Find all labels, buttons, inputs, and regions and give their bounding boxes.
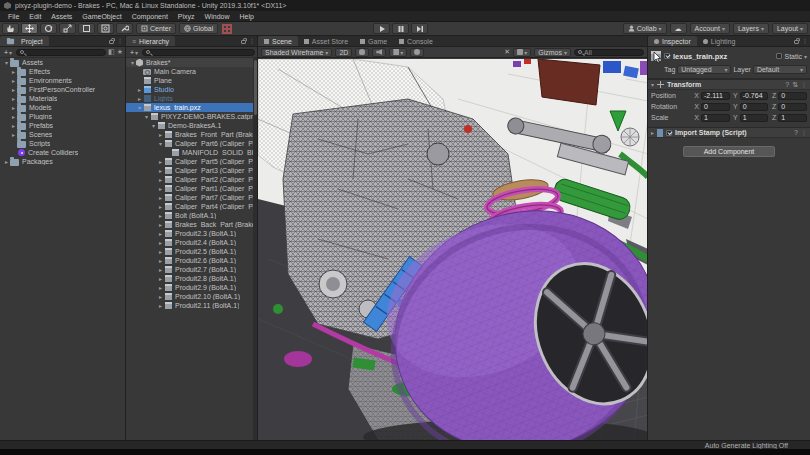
move-tool-button[interactable] <box>21 23 38 34</box>
hierarchy-tree-item[interactable]: ▸ Caliper_Part5 (Caliper_Part5A.1) <box>126 157 253 166</box>
search-by-type-icon[interactable]: ◧ <box>108 48 115 56</box>
foldout-arrow[interactable]: ▸ <box>10 122 17 129</box>
lock-icon[interactable] <box>109 40 114 44</box>
project-search-input[interactable] <box>16 49 106 56</box>
scene-visibility-toggle[interactable] <box>410 48 424 57</box>
hierarchy-scrollbar[interactable] <box>253 58 257 440</box>
foldout-arrow[interactable]: ▾ <box>157 140 164 147</box>
foldout-arrow[interactable]: ▸ <box>10 95 17 102</box>
foldout-arrow[interactable]: ▸ <box>157 185 164 192</box>
project-tree-item[interactable]: ▸ Packages <box>0 157 125 166</box>
foldout-arrow[interactable]: ▸ <box>157 257 164 264</box>
cloud-services-button[interactable]: ☁ <box>670 23 687 34</box>
component-menu-icon[interactable]: ⋮ <box>801 81 807 88</box>
foldout-arrow[interactable]: ▸ <box>157 284 164 291</box>
hierarchy-tree-item[interactable]: ▸ Brakes_Front_Part (Brakes_Front_PartA.… <box>126 130 253 139</box>
foldout-arrow[interactable]: ▸ <box>651 129 654 136</box>
hierarchy-tree-item[interactable]: ▾ Demo-BrakesA.1 <box>126 121 253 130</box>
hierarchy-tree-item[interactable]: Plane <box>126 76 253 85</box>
hierarchy-tree-item[interactable]: ▸ Produit2.3 (BoltA.1) <box>126 229 253 238</box>
scene-viewport[interactable] <box>258 59 647 440</box>
foldout-arrow[interactable]: ▾ <box>651 81 654 88</box>
foldout-arrow[interactable]: ▸ <box>157 176 164 183</box>
hierarchy-tree-item[interactable]: ▸ Produit2.9 (BoltA.1) <box>126 283 253 292</box>
hierarchy-tree-item[interactable]: ▸ Lights <box>126 94 253 103</box>
z-value-field[interactable]: 0 <box>778 103 807 111</box>
foldout-arrow[interactable]: ▸ <box>10 77 17 84</box>
hierarchy-tree-item[interactable]: ▸ Caliper_Part2 (Caliper_Part2A.1) <box>126 175 253 184</box>
auto-generate-lighting-status[interactable]: Auto Generate Lighting Off <box>705 442 788 449</box>
tag-dropdown[interactable]: Untagged▾ <box>677 65 731 74</box>
active-checkbox[interactable] <box>664 53 670 59</box>
grid-snap-icon[interactable] <box>222 24 232 34</box>
scene-audio-toggle[interactable] <box>372 48 386 57</box>
hierarchy-tree-item[interactable]: Main Camera <box>126 67 253 76</box>
scene-camera-dropdown[interactable]: ▾ <box>513 48 531 57</box>
object-name-field[interactable]: lexus_train.pxz <box>673 52 773 61</box>
component-tools-icon[interactable]: ✕ <box>504 48 510 56</box>
project-tree-item[interactable]: Create Colliders <box>0 148 125 157</box>
static-checkbox[interactable] <box>776 53 782 59</box>
toggle-2d-button[interactable]: 2D <box>335 48 352 57</box>
custom-tool-button[interactable] <box>116 23 133 34</box>
menu-item[interactable]: Help <box>235 12 259 21</box>
foldout-arrow[interactable]: ▸ <box>136 95 143 102</box>
foldout-arrow[interactable]: ▸ <box>3 158 10 165</box>
hierarchy-tree-item[interactable]: ▸ Caliper_Part1 (Caliper_Part1A.1) <box>126 184 253 193</box>
foldout-arrow[interactable]: ▸ <box>157 230 164 237</box>
hierarchy-tree-item[interactable]: ▸ Caliper_Part4 (Caliper_Part4A.1) <box>126 202 253 211</box>
project-tree-item[interactable]: ▾ Assets <box>0 58 125 67</box>
foldout-arrow[interactable]: ▸ <box>157 302 164 309</box>
shading-mode-dropdown[interactable]: Shaded Wireframe▾ <box>261 48 332 57</box>
foldout-arrow[interactable]: ▾ <box>3 59 10 66</box>
panel-menu-icon[interactable]: ⋮ <box>249 37 255 44</box>
help-icon[interactable]: ? <box>785 81 789 88</box>
scene-view-tab[interactable]: Asset Store <box>298 36 354 46</box>
foldout-arrow[interactable]: ▸ <box>10 113 17 120</box>
foldout-arrow[interactable]: ▸ <box>157 275 164 282</box>
presets-icon[interactable]: ⇅ <box>792 81 798 89</box>
menu-item[interactable]: Pixyz <box>173 12 200 21</box>
transform-component-header[interactable]: ▾ Transform ? ⇅ ⋮ <box>648 79 810 90</box>
scene-viewport-3d[interactable] <box>258 59 648 440</box>
tab-project[interactable]: Project <box>0 36 49 46</box>
hierarchy-tree-item[interactable]: ▸ Produit2.8 (BoltA.1) <box>126 274 253 283</box>
menu-item[interactable]: Component <box>127 12 173 21</box>
foldout-arrow[interactable]: ▸ <box>157 248 164 255</box>
hierarchy-tree-item[interactable]: MANIFOLD_SOLID_BREP <box>126 148 253 157</box>
hierarchy-tree-item[interactable]: ▸ Caliper_Part3 (Caliper_Part3A.1) <box>126 166 253 175</box>
foldout-arrow[interactable]: ▸ <box>157 167 164 174</box>
hierarchy-tree-item[interactable]: ▸ Studio <box>126 85 253 94</box>
z-value-field[interactable]: 0 <box>778 92 807 100</box>
foldout-arrow[interactable]: ▸ <box>10 131 17 138</box>
layers-dropdown[interactable]: Layers▾ <box>733 23 769 34</box>
foldout-arrow[interactable]: ▸ <box>10 104 17 111</box>
foldout-arrow[interactable]: ▸ <box>157 203 164 210</box>
foldout-arrow[interactable]: ▸ <box>10 86 17 93</box>
gizmos-dropdown[interactable]: Gizmos▾ <box>534 48 571 57</box>
hierarchy-tree-item[interactable]: ▾ Brakes* <box>126 58 253 67</box>
menu-item[interactable]: GameObject <box>77 12 126 21</box>
global-local-button[interactable]: Global <box>179 23 218 34</box>
account-dropdown[interactable]: Account▾ <box>690 23 730 34</box>
scale-tool-button[interactable] <box>59 23 76 34</box>
scene-lighting-toggle[interactable] <box>355 48 369 57</box>
scene-view-tab[interactable]: Scene <box>258 36 298 46</box>
collab-button[interactable]: Collab▾ <box>623 23 667 34</box>
hierarchy-tree-item[interactable]: ▸ Produit2.6 (BoltA.1) <box>126 256 253 265</box>
foldout-arrow[interactable]: ▾ <box>150 122 157 129</box>
inspector-tab[interactable]: Inspector <box>648 36 697 46</box>
hierarchy-search-input[interactable] <box>142 49 255 56</box>
x-value-field[interactable]: 1 <box>701 114 730 122</box>
layer-dropdown[interactable]: Default▾ <box>753 65 807 74</box>
foldout-arrow[interactable]: ▸ <box>157 131 164 138</box>
foldout-arrow[interactable]: ▾ <box>136 104 143 111</box>
foldout-arrow[interactable]: ▸ <box>157 293 164 300</box>
component-menu-icon[interactable]: ⋮ <box>801 129 807 136</box>
foldout-arrow[interactable]: ▸ <box>157 239 164 246</box>
hierarchy-tree-item[interactable]: ▸ Caliper_Part7 (Caliper_Part7A.1) <box>126 193 253 202</box>
inspector-tab[interactable]: Lighting <box>697 36 742 46</box>
add-component-button[interactable]: Add Component <box>683 146 775 157</box>
layout-dropdown[interactable]: Layout▾ <box>772 23 808 34</box>
menu-item[interactable]: Edit <box>24 12 46 21</box>
